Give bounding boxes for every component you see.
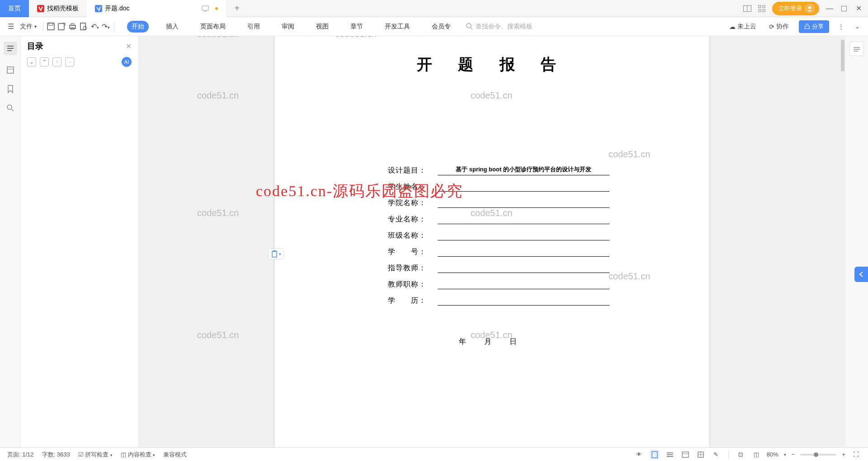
field-label: 学生姓名： (388, 182, 438, 192)
maximize-icon[interactable] (840, 5, 848, 13)
menu-member[interactable]: 会员专 (427, 21, 455, 33)
float-paste-button[interactable]: ▾ (269, 249, 284, 259)
svg-line-21 (471, 28, 472, 29)
cloud-status[interactable]: ☁未上云 (726, 21, 759, 33)
collapse-all-icon[interactable]: ⌄ (27, 57, 36, 66)
layout-icon[interactable] (743, 5, 751, 13)
form-row: 学生姓名： (388, 182, 673, 192)
document-title: 开 题 报 告 (311, 54, 673, 75)
web-view-icon[interactable] (680, 450, 690, 460)
menu-section[interactable]: 章节 (346, 21, 368, 33)
find-icon[interactable] (6, 104, 14, 112)
field-label: 专业名称： (388, 215, 438, 224)
unsaved-dot-icon (215, 7, 218, 10)
field-value (438, 247, 609, 257)
compat-mode[interactable]: 兼容模式 (163, 451, 187, 459)
svg-line-28 (11, 109, 14, 111)
menu-view[interactable]: 视图 (311, 21, 333, 33)
field-label: 教师职称： (388, 280, 438, 289)
outline-view-icon[interactable] (665, 450, 675, 460)
svg-rect-1 (95, 5, 102, 12)
svg-rect-24 (7, 50, 12, 51)
collapse-ribbon-icon[interactable]: ⌄ (853, 23, 862, 30)
menu-devtools[interactable]: 开发工具 (380, 21, 415, 33)
remove-icon[interactable]: − (65, 57, 74, 66)
grid-icon[interactable] (758, 5, 766, 13)
page-view-icon[interactable] (650, 450, 660, 460)
tab-document[interactable]: 开题.doc (87, 0, 226, 17)
clipboard-icon[interactable] (849, 42, 864, 56)
menu-layout[interactable]: 页面布局 (196, 21, 230, 33)
outline-icon[interactable] (4, 42, 17, 55)
save-as-icon[interactable] (58, 23, 67, 30)
form-row: 教师职称： (388, 279, 673, 289)
login-button[interactable]: 立即登录 (772, 2, 819, 15)
collab-button[interactable]: ⟳协作 (766, 21, 792, 33)
page-status[interactable]: 页面: 1/12 (7, 451, 34, 459)
paste-icon (271, 250, 278, 258)
nav-icon[interactable] (6, 66, 14, 74)
tab-document-label: 开题.doc (105, 5, 129, 13)
add-icon[interactable]: + (52, 57, 61, 66)
field-label: 设计题目： (388, 166, 438, 175)
menu-icon[interactable]: ☰ (6, 22, 15, 31)
titlebar: 首页 找稻壳模板 开题.doc + 立即登录 — ✕ (0, 0, 868, 17)
contentcheck-toggle[interactable]: ◫ 内容检查 ▾ (121, 451, 155, 459)
form-row: 班级名称： (388, 230, 673, 240)
fit-width-icon[interactable]: ⊡ (736, 450, 746, 460)
bookmark-icon[interactable] (7, 85, 14, 93)
menu-start[interactable]: 开始 (127, 21, 149, 33)
close-outline-icon[interactable]: ✕ (126, 42, 132, 51)
watermark: code51.cn (197, 330, 239, 340)
fullscreen-icon[interactable]: ⛶ (851, 450, 861, 460)
zoom-out-icon[interactable]: − (792, 451, 795, 458)
expand-all-icon[interactable]: ⌃ (40, 57, 49, 66)
check-icon: ☑ (78, 451, 84, 458)
close-icon[interactable]: ✕ (854, 5, 863, 13)
ai-badge-icon[interactable]: AI (122, 57, 132, 67)
statusbar: 页面: 1/12 字数: 3633 ☑ 拼写检查 ▾ ◫ 内容检查 ▾ 兼容模式… (0, 447, 868, 461)
word-count[interactable]: 字数: 3633 (42, 451, 70, 459)
svg-rect-15 (70, 25, 75, 28)
print-icon[interactable] (69, 23, 78, 30)
menu-reference[interactable]: 引用 (243, 21, 264, 33)
search-icon (466, 23, 473, 30)
save-icon[interactable] (47, 23, 56, 30)
document-area[interactable]: 开 题 报 告 设计题目：基于 spring boot 的小型诊疗预约平台的设计… (138, 36, 845, 447)
share-button[interactable]: 凸分享 (799, 20, 829, 33)
tab-template[interactable]: 找稻壳模板 (29, 0, 87, 17)
minimize-icon[interactable]: — (826, 5, 834, 13)
screen-icon[interactable] (202, 5, 209, 12)
field-value: 基于 spring boot 的小型诊疗预约平台的设计与开发 (438, 165, 609, 175)
search-box[interactable]: 查找命令、搜索模板 (466, 23, 533, 31)
svg-rect-31 (854, 51, 858, 52)
svg-point-19 (83, 26, 87, 30)
draft-view-icon[interactable] (696, 450, 706, 460)
file-menu[interactable]: 文件▾ (17, 21, 39, 33)
redo-icon[interactable]: ↷▾ (101, 22, 110, 31)
tab-home[interactable]: 首页 (0, 0, 29, 17)
svg-rect-23 (7, 48, 14, 49)
svg-rect-22 (7, 46, 14, 47)
form-row: 学 号： (388, 247, 673, 257)
check2-icon: ◫ (121, 451, 126, 458)
svg-rect-12 (47, 23, 54, 30)
menu-review[interactable]: 审阅 (277, 21, 299, 33)
zoom-slider[interactable] (800, 454, 836, 456)
undo-icon[interactable]: ↶▾ (90, 22, 99, 31)
tab-new[interactable]: + (226, 0, 248, 17)
preview-icon[interactable] (80, 23, 89, 30)
ruler-icon[interactable]: ✎ (711, 450, 721, 460)
fit-page-icon[interactable]: ◫ (751, 450, 761, 460)
more-icon[interactable]: ⋮ (836, 23, 845, 30)
menu-insert[interactable]: 插入 (161, 21, 183, 33)
right-tab-handle[interactable] (854, 267, 868, 282)
zoom-in-icon[interactable]: + (842, 451, 845, 458)
date-row: 年 月 日 (311, 337, 673, 347)
scrollbar-thumb[interactable] (841, 40, 844, 71)
zoom-value[interactable]: 80% (767, 451, 778, 458)
field-value (438, 182, 609, 192)
read-mode-icon[interactable]: 👁 (634, 450, 644, 460)
form-row: 学 历： (388, 296, 673, 306)
spellcheck-toggle[interactable]: ☑ 拼写检查 ▾ (78, 451, 113, 459)
